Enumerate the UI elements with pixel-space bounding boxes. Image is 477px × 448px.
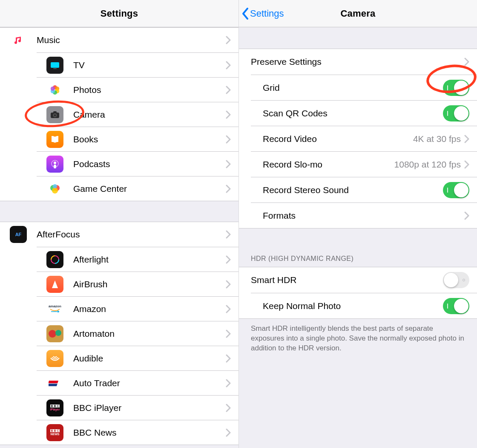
back-button[interactable]: Settings	[241, 0, 284, 27]
svg-point-23	[55, 330, 61, 336]
afterfocus-icon: AF	[10, 226, 27, 243]
settings-navbar: Settings	[0, 0, 238, 27]
row-label: Artomaton	[73, 329, 226, 339]
settings-group-third-party: AF AfterFocus Afterlight AirBrush	[0, 222, 238, 445]
chevron-right-icon	[464, 160, 469, 169]
row-formats[interactable]: Formats	[251, 202, 477, 228]
airbrush-icon	[46, 276, 63, 293]
chevron-right-icon	[226, 160, 231, 168]
settings-row-audible[interactable]: Audible	[37, 346, 238, 370]
chevron-right-icon	[226, 86, 231, 94]
chevron-right-icon	[226, 255, 231, 264]
settings-pane: Settings Music TV	[0, 0, 238, 448]
svg-rect-0	[51, 62, 59, 68]
chevron-right-icon	[226, 36, 231, 44]
svg-point-22	[49, 330, 56, 338]
group-gap	[239, 228, 477, 255]
game-center-icon	[46, 180, 63, 197]
toggle-smart-hdr[interactable]	[443, 272, 469, 288]
tv-icon	[46, 57, 63, 74]
chevron-right-icon	[226, 379, 231, 387]
settings-row-podcasts[interactable]: Podcasts	[37, 151, 238, 176]
audible-icon	[46, 350, 63, 367]
svg-rect-1	[53, 68, 57, 69]
hdr-footer-note: Smart HDR intelligently blends the best …	[239, 319, 477, 353]
auto-trader-icon	[46, 375, 63, 392]
toggle-scan-qr[interactable]	[443, 105, 469, 121]
chevron-right-icon	[226, 329, 231, 338]
camera-settings-group-1: Preserve Settings Grid Scan QR Codes Rec…	[239, 49, 477, 228]
row-label: AirBrush	[73, 279, 226, 289]
settings-row-music[interactable]: Music	[0, 28, 238, 52]
chevron-right-icon	[464, 58, 469, 66]
row-label: Grid	[263, 83, 443, 93]
row-label: Preserve Settings	[251, 57, 464, 67]
camera-navbar: Settings Camera	[239, 0, 477, 27]
settings-row-game-center[interactable]: Game Center	[37, 176, 238, 201]
settings-row-camera[interactable]: Camera	[37, 102, 238, 127]
row-record-video[interactable]: Record Video 4K at 30 fps	[251, 126, 477, 151]
svg-point-11	[54, 114, 56, 116]
section-header-hdr: HDR (HIGH DYNAMIC RANGE)	[239, 255, 477, 267]
toggle-keep-normal-photo[interactable]	[443, 298, 469, 314]
row-label: BBC iPlayer	[73, 403, 226, 413]
settings-group-apple-apps: Music TV	[0, 27, 238, 201]
afterlight-icon	[46, 251, 63, 268]
bbc-news-icon: BBCNEWS	[46, 424, 63, 441]
artomaton-icon	[46, 325, 63, 342]
row-record-stereo-sound: Record Stereo Sound	[251, 177, 477, 202]
chevron-right-icon	[226, 305, 231, 313]
row-label: Auto Trader	[73, 378, 226, 388]
row-label: TV	[73, 60, 226, 70]
row-keep-normal-photo: Keep Normal Photo	[251, 293, 477, 318]
bbc-iplayer-icon: BBCiPlayer	[46, 399, 63, 416]
chevron-right-icon	[464, 135, 469, 143]
books-icon	[46, 131, 63, 148]
amazon-icon: amazon	[46, 301, 63, 318]
photos-icon	[46, 81, 63, 98]
toggle-grid[interactable]	[443, 80, 469, 96]
svg-rect-9	[53, 111, 57, 113]
row-preserve-settings[interactable]: Preserve Settings	[239, 49, 477, 75]
settings-row-books[interactable]: Books	[37, 127, 238, 151]
row-grid: Grid	[251, 75, 477, 100]
chevron-right-icon	[226, 61, 231, 69]
svg-point-17	[53, 184, 57, 188]
row-label: AfterFocus	[37, 229, 226, 240]
settings-row-bbc-iplayer[interactable]: BBCiPlayer BBC iPlayer	[37, 395, 238, 420]
row-label: Keep Normal Photo	[263, 301, 443, 311]
row-label: Books	[73, 134, 226, 145]
toggle-stereo-sound[interactable]	[443, 182, 469, 198]
settings-title: Settings	[101, 8, 138, 19]
row-label: Photos	[73, 85, 226, 95]
chevron-right-icon	[226, 230, 231, 239]
settings-row-afterfocus[interactable]: AF AfterFocus	[0, 222, 238, 247]
settings-row-photos[interactable]: Photos	[37, 77, 238, 102]
row-label: Record Stereo Sound	[263, 185, 443, 195]
settings-row-afterlight[interactable]: Afterlight	[37, 247, 238, 272]
row-record-slo-mo[interactable]: Record Slo-mo 1080p at 120 fps	[251, 151, 477, 177]
settings-row-bbc-news[interactable]: BBCNEWS BBC News	[37, 420, 238, 445]
chevron-right-icon	[226, 280, 231, 289]
settings-row-auto-trader[interactable]: Auto Trader	[37, 370, 238, 395]
row-label: Audible	[73, 353, 226, 364]
settings-row-tv[interactable]: TV	[37, 52, 238, 77]
settings-row-amazon[interactable]: amazon Amazon	[37, 296, 238, 321]
chevron-right-icon	[226, 185, 231, 193]
svg-point-7	[51, 87, 55, 91]
settings-row-airbrush[interactable]: AirBrush	[37, 272, 238, 296]
row-label: Smart HDR	[251, 275, 443, 285]
row-label: Amazon	[73, 304, 226, 314]
chevron-right-icon	[226, 110, 231, 119]
chevron-right-icon	[464, 211, 469, 220]
row-label: Camera	[73, 110, 226, 120]
row-label: Game Center	[73, 184, 226, 194]
back-label: Settings	[250, 8, 284, 19]
settings-row-artomaton[interactable]: Artomaton	[37, 321, 238, 346]
row-label: BBC News	[73, 428, 226, 438]
camera-title: Camera	[341, 8, 376, 19]
row-label: Afterlight	[73, 254, 226, 265]
music-icon	[10, 32, 27, 49]
chevron-right-icon	[226, 135, 231, 144]
chevron-right-icon	[226, 354, 231, 363]
